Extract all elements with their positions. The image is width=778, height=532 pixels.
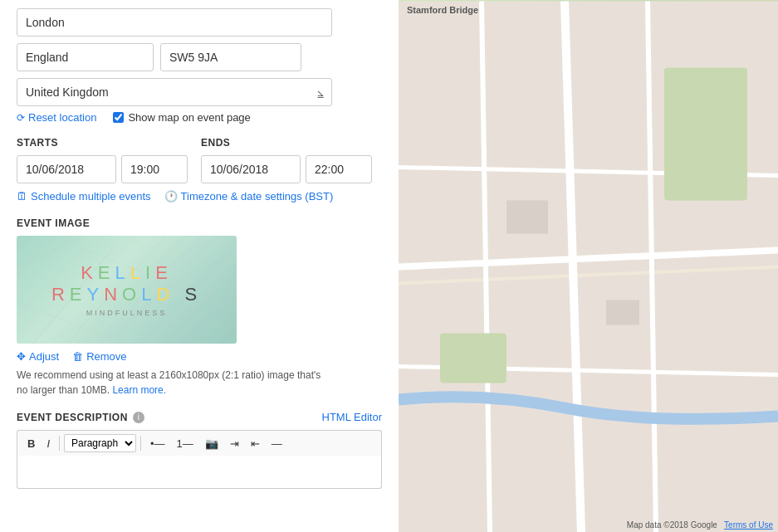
event-image-section: EVENT IMAGE [17, 217, 382, 398]
html-editor-label: HTML Editor [322, 411, 382, 423]
start-date-input[interactable] [17, 155, 116, 183]
toolbar-separator-1 [59, 436, 60, 451]
adjust-image-button[interactable]: ✥ Adjust [17, 350, 59, 363]
reynolds-colored: REYNOLD [51, 284, 185, 305]
learn-more-link[interactable]: Learn more. [112, 384, 166, 396]
start-time-input[interactable] [121, 155, 188, 183]
remove-image-button[interactable]: 🗑 Remove [72, 350, 126, 363]
clock-icon: 🕐 [164, 190, 178, 203]
ends-block: ENDS [201, 137, 372, 183]
paragraph-select[interactable]: Paragraph Heading 1 Heading 2 Heading 3 [64, 434, 136, 452]
country-row: United Kingdom United States Canada Aust… [17, 78, 382, 106]
kellie-colored: KELLIE [81, 262, 173, 283]
schedule-multiple-label: Schedule multiple events [31, 190, 151, 203]
reynolds-text: REYNOLD S [51, 284, 202, 305]
city-row [17, 8, 382, 37]
info-icon: i [133, 412, 144, 423]
map-terms-link[interactable]: Terms of Use [724, 520, 773, 530]
svg-rect-21 [606, 300, 639, 325]
map-attribution: Map data ©2018 Google Terms of Use [627, 520, 773, 530]
timezone-settings-link[interactable]: 🕐 Timezone & date settings (BST) [164, 190, 334, 203]
show-map-checkbox[interactable] [113, 112, 124, 123]
editor-area[interactable] [17, 456, 382, 489]
end-date-input[interactable] [201, 155, 301, 183]
trash-icon: 🗑 [72, 350, 83, 363]
calendar-icon: 🗓 [17, 190, 27, 203]
map-data-text: Map data ©2018 Google [627, 520, 717, 530]
show-map-label[interactable]: Show map on event page [113, 111, 250, 124]
event-description-section: EVENT DESCRIPTION i HTML Editor B I Para… [17, 411, 382, 489]
event-description-label: EVENT DESCRIPTION [17, 412, 128, 423]
event-image-label: EVENT IMAGE [17, 217, 382, 229]
starts-block: STARTS [17, 137, 188, 183]
adjust-label: Adjust [29, 350, 59, 363]
editor-toolbar: B I Paragraph Heading 1 Heading 2 Headin… [17, 430, 382, 456]
adjust-icon: ✥ [17, 350, 26, 363]
event-image-text: KELLIE REYNOLD S MINDFULNESS [51, 262, 202, 318]
state-input[interactable] [17, 43, 154, 71]
show-map-text: Show map on event page [128, 111, 250, 124]
zip-input[interactable] [160, 43, 301, 71]
image-subtitle: MINDFULNESS [51, 309, 202, 317]
links-row: ⟳ Reset location Show map on event page [17, 111, 382, 124]
map-placeholder: Stamford Bridge Map data ©2018 Google Te… [399, 0, 778, 532]
state-zip-row [17, 43, 382, 71]
starts-date-time [17, 155, 188, 183]
schedule-multiple-events-link[interactable]: 🗓 Schedule multiple events [17, 190, 151, 203]
toolbar-separator-2 [140, 436, 141, 451]
italic-button[interactable]: I [42, 435, 55, 452]
outdent-button[interactable]: ⇤ [246, 435, 265, 452]
schedule-links-row: 🗓 Schedule multiple events 🕐 Timezone & … [17, 190, 382, 203]
city-input[interactable] [17, 8, 332, 37]
desc-label-row: EVENT DESCRIPTION i [17, 412, 144, 423]
image-hint: We recommend using at least a 2160x1080p… [17, 368, 332, 398]
image-hint-text: We recommend using at least a 2160x1080p… [17, 369, 320, 396]
right-panel: Stamford Bridge Map data ©2018 Google Te… [399, 0, 778, 532]
timezone-label: Timezone & date settings (BST) [181, 190, 334, 203]
ordered-list-button[interactable]: 1— [172, 435, 198, 452]
reset-location-label: Reset location [28, 111, 96, 124]
learn-more-label: Learn more. [112, 384, 166, 396]
svg-rect-18 [664, 68, 747, 201]
country-select[interactable]: United Kingdom United States Canada Aust… [17, 78, 332, 106]
hr-button[interactable]: — [267, 435, 287, 452]
starts-label: STARTS [17, 137, 188, 149]
remove-label: Remove [86, 350, 126, 363]
event-desc-header: EVENT DESCRIPTION i HTML Editor [17, 411, 382, 423]
unordered-list-button[interactable]: •— [145, 435, 170, 452]
starts-ends-wrapper: STARTS ENDS [17, 137, 382, 183]
html-editor-link[interactable]: HTML Editor [322, 411, 382, 423]
refresh-icon: ⟳ [17, 112, 25, 124]
image-insert-button[interactable]: 📷 [200, 435, 223, 452]
svg-rect-20 [506, 201, 548, 234]
indent-button[interactable]: ⇥ [225, 435, 244, 452]
map-image: Stamford Bridge Map data ©2018 Google Te… [399, 0, 778, 532]
ends-label: ENDS [201, 137, 372, 149]
event-image-thumbnail: KELLIE REYNOLD S MINDFULNESS [17, 236, 237, 344]
map-svg [399, 0, 778, 532]
country-dropdown-wrapper: United Kingdom United States Canada Aust… [17, 78, 332, 106]
reset-location-link[interactable]: ⟳ Reset location [17, 111, 96, 124]
map-location-label: Stamford Bridge [407, 5, 478, 15]
bold-button[interactable]: B [22, 435, 40, 452]
ends-date-time [201, 155, 372, 183]
svg-rect-19 [440, 334, 506, 383]
kellie-text: KELLIE [51, 262, 202, 284]
end-time-input[interactable] [306, 155, 372, 183]
left-panel: United Kingdom United States Canada Aust… [0, 0, 399, 532]
image-actions: ✥ Adjust 🗑 Remove [17, 350, 382, 363]
